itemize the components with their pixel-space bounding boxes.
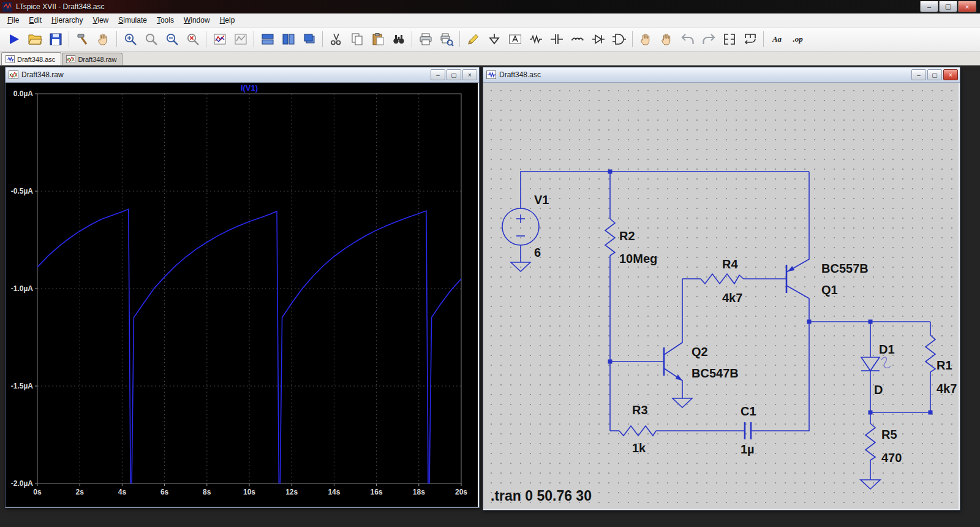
zoom-back-icon-glyph	[165, 32, 179, 47]
inductor-icon[interactable]	[567, 29, 587, 49]
redo-icon[interactable]	[698, 29, 718, 49]
paste-icon-glyph	[371, 32, 385, 47]
r2-resistor[interactable]: R2 10Meg	[605, 219, 657, 265]
waveform-svg[interactable]: 0s2s4s6s8s10s12s14s16s18s20s0.0µA-0.5µA-…	[6, 83, 478, 507]
minimize-button[interactable]: –	[920, 1, 938, 12]
spice-directive-icon[interactable]: .op	[788, 29, 808, 49]
ground-icon-glyph	[487, 32, 502, 47]
undo-icon-glyph	[680, 32, 695, 47]
close-button[interactable]: ×	[958, 1, 976, 12]
menu-help[interactable]: Help	[215, 14, 240, 26]
maximize-button[interactable]: ▢	[939, 1, 957, 12]
waveform-window-titlebar[interactable]: Draft348.raw – ▢ ×	[6, 67, 479, 83]
run-icon[interactable]	[4, 29, 24, 49]
undo-icon[interactable]	[677, 29, 698, 49]
inductor-icon-glyph	[570, 32, 585, 47]
drag-icon[interactable]	[657, 29, 677, 49]
menu-file[interactable]: File	[2, 14, 24, 26]
schematic-window-titlebar[interactable]: Draft348.asc – ▢ ×	[483, 67, 960, 83]
restore-button[interactable]: ▢	[447, 69, 461, 80]
tab-draft348-asc[interactable]: Draft348.asc	[1, 52, 61, 65]
menu-view[interactable]: View	[88, 14, 113, 26]
net-label-icon[interactable]	[505, 29, 525, 49]
ground-icon[interactable]	[484, 29, 504, 49]
schematic-doc-icon	[486, 70, 496, 79]
r4-resistor[interactable]: R4 4k7	[701, 257, 744, 305]
zoom-full-extents-icon[interactable]	[183, 29, 203, 49]
waveform-window-controls: – ▢ ×	[431, 69, 477, 80]
c1-capacitor[interactable]: C1 1µ	[741, 404, 756, 456]
menu-tools[interactable]: Tools	[152, 14, 179, 26]
move-icon[interactable]	[636, 29, 656, 49]
schematic-canvas[interactable]: V1 6 R2 10Meg	[483, 83, 959, 509]
paste-icon[interactable]	[368, 29, 388, 49]
menu-hierarchy[interactable]: Hierarchy	[47, 14, 88, 26]
menu-simulate[interactable]: Simulate	[113, 14, 152, 26]
close-button[interactable]: ×	[943, 69, 958, 80]
r4-value-label: 4k7	[722, 291, 742, 305]
zoom-back-icon[interactable]	[162, 29, 182, 49]
diode-icon-glyph	[591, 32, 606, 47]
x-tick-label: 14s	[328, 488, 340, 496]
waveform-plot[interactable]: 0s2s4s6s8s10s12s14s16s18s20s0.0µA-0.5µA-…	[6, 83, 478, 507]
zoom-pan-icon-glyph	[144, 32, 159, 47]
spice-directive-text[interactable]: .tran 0 50.76 30	[491, 488, 592, 504]
restore-button[interactable]: ▢	[927, 69, 942, 80]
r5-resistor[interactable]: R5 470	[861, 423, 902, 489]
cascade-windows-icon[interactable]	[299, 29, 319, 49]
q1-transistor[interactable]: BC557B Q1	[786, 172, 869, 322]
v1-voltage-source[interactable]: V1 6	[502, 193, 549, 271]
save-icon[interactable]	[45, 29, 66, 49]
zoom-pan-icon[interactable]	[141, 29, 161, 49]
plot-title[interactable]: I(V1)	[241, 83, 258, 93]
circuit-svg[interactable]: V1 6 R2 10Meg	[483, 83, 959, 509]
zoom-in-icon[interactable]	[120, 29, 140, 49]
y-tick-label: 0.0µA	[13, 89, 34, 98]
q1-type-label: BC557B	[821, 262, 869, 275]
r4-name-label: R4	[722, 257, 738, 271]
open-icon[interactable]	[24, 29, 45, 49]
tile-vertical-icon[interactable]	[278, 29, 298, 49]
capacitor-icon[interactable]	[546, 29, 567, 49]
d1-name-label: D1	[879, 343, 895, 356]
resistor-icon[interactable]	[526, 29, 546, 49]
copy-icon[interactable]	[347, 29, 367, 49]
print-icon-glyph	[418, 32, 433, 47]
tile-horizontal-icon[interactable]	[257, 29, 277, 49]
x-tick-label: 0s	[33, 488, 42, 496]
cut-icon[interactable]	[326, 29, 346, 49]
control-panel-icon[interactable]	[72, 29, 92, 49]
diode-icon[interactable]	[588, 29, 608, 49]
tile-horizontal-icon-glyph	[260, 32, 275, 47]
minimize-button[interactable]: –	[431, 69, 445, 80]
wires[interactable]	[521, 172, 930, 480]
close-button[interactable]: ×	[462, 69, 477, 80]
mirror-icon[interactable]	[719, 29, 739, 49]
r3-value-label: 1k	[632, 441, 646, 455]
r2-value-label: 10Meg	[619, 252, 657, 265]
component-icon[interactable]	[609, 29, 629, 49]
c1-value-label: 1µ	[741, 442, 755, 456]
text-tool-icon[interactable]: Aa	[767, 29, 787, 49]
r3-resistor[interactable]: R3 1k	[619, 403, 656, 455]
d1-diode[interactable]: D1 D	[861, 343, 895, 396]
print-icon[interactable]	[415, 29, 435, 49]
rotate-icon[interactable]	[740, 29, 760, 49]
plot-settings-icon[interactable]	[230, 29, 251, 49]
drag-icon-glyph	[660, 32, 674, 47]
rotate-icon-glyph	[743, 32, 758, 47]
halt-icon[interactable]	[93, 29, 113, 49]
autorange-plot-icon[interactable]	[209, 29, 230, 49]
edit-pencil-icon[interactable]	[463, 29, 483, 49]
menu-window[interactable]: Window	[179, 14, 215, 26]
find-icon[interactable]	[388, 29, 409, 49]
x-tick-label: 6s	[160, 488, 169, 496]
minimize-button[interactable]: –	[911, 69, 926, 80]
schematic-doc-icon	[6, 55, 15, 63]
net-label-icon-glyph	[508, 32, 522, 47]
titlebar[interactable]: LTspice XVII - Draft348.asc – ▢ ×	[0, 0, 980, 13]
text-tool-icon-glyph: Aa	[772, 34, 782, 44]
print-preview-icon[interactable]	[436, 29, 456, 49]
tab-draft348-raw[interactable]: Draft348.raw	[62, 53, 123, 65]
menu-edit[interactable]: Edit	[24, 14, 47, 26]
